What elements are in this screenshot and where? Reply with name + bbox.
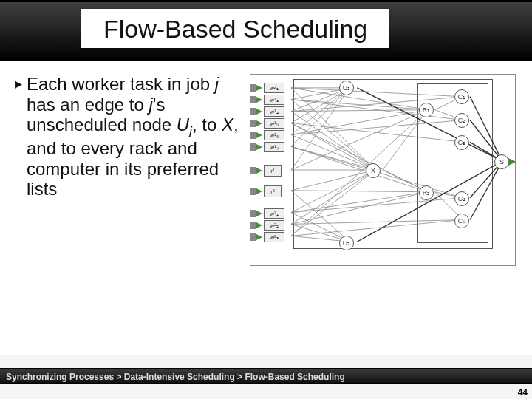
w-node: w²₁ bbox=[264, 83, 284, 93]
svg-line-9 bbox=[291, 112, 375, 170]
computer-node: C₄ bbox=[454, 191, 469, 206]
flow-diagram: w²₁ w¹₃ w¹₄ w¹₅ w¹₆ w¹₇ r¹ r² w²₁ w²₂ w²… bbox=[250, 74, 516, 266]
w-node: w²₁ bbox=[264, 208, 284, 219]
r-node: r² bbox=[264, 185, 282, 197]
rack-node: R₂ bbox=[419, 185, 434, 200]
breadcrumb: Synchronizing Processes > Data-Intensive… bbox=[0, 368, 532, 384]
svg-line-7 bbox=[291, 100, 463, 120]
svg-line-33 bbox=[291, 198, 463, 213]
w-node: w¹₇ bbox=[264, 142, 284, 152]
svg-line-42 bbox=[383, 110, 428, 170]
u-node: U₂ bbox=[339, 236, 354, 250]
slide-title: Flow-Based Scheduling bbox=[81, 9, 389, 48]
u-node: U₁ bbox=[339, 81, 354, 95]
w-node: w²₂ bbox=[264, 220, 284, 231]
edges-svg bbox=[250, 75, 515, 265]
bullet-list: ▸ Each worker task in job j has an edge … bbox=[15, 74, 244, 355]
computer-node: C₃ bbox=[454, 135, 469, 150]
bullet-text: Each worker task in job j has an edge to… bbox=[27, 74, 244, 200]
w-node: w²₃ bbox=[264, 232, 284, 242]
svg-line-13 bbox=[291, 123, 375, 170]
svg-line-28 bbox=[291, 191, 349, 242]
sink-node: S bbox=[494, 154, 509, 169]
svg-line-22 bbox=[291, 146, 428, 192]
svg-line-48 bbox=[357, 88, 502, 161]
computer-node: C₅ bbox=[454, 214, 469, 228]
rack-node: R₁ bbox=[419, 103, 434, 117]
w-node: w¹₅ bbox=[264, 118, 284, 129]
w-node: w¹₆ bbox=[264, 130, 284, 140]
x-node: X bbox=[366, 163, 381, 178]
computer-node: C₁ bbox=[454, 89, 469, 104]
svg-line-39 bbox=[291, 170, 375, 236]
page-number: 44 bbox=[518, 387, 528, 398]
w-node: w¹₄ bbox=[264, 106, 284, 117]
bullet-marker: ▸ bbox=[15, 74, 22, 200]
computer-node: C₂ bbox=[454, 113, 469, 128]
w-node: w¹₃ bbox=[264, 95, 284, 105]
svg-line-29 bbox=[291, 191, 428, 192]
r-node: r¹ bbox=[264, 165, 282, 177]
